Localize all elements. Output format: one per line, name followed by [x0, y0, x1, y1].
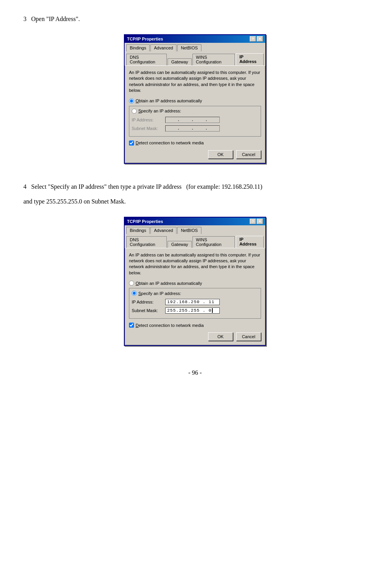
dialog1-checkbox[interactable]	[129, 140, 134, 146]
dialog2-tabs-row1: Bindings Advanced NetBIOS	[125, 225, 265, 234]
tab-netbios[interactable]: NetBIOS	[177, 44, 201, 51]
dialog2-titlebar: TCP/IP Properties ? ✕	[125, 218, 265, 225]
dialog1-ip-label: IP Address:	[132, 118, 163, 122]
dialog1-subnet-label: Subnet Mask:	[132, 126, 163, 131]
dialog2-titlebar-buttons: ? ✕	[250, 219, 263, 224]
dialog2-radio2-section: Specify an IP address: IP Address: 192.1…	[129, 288, 261, 319]
step4-text2: and type 255.255.255.0 on Subnet Mask.	[23, 198, 367, 205]
dialog2-container: TCP/IP Properties ? ✕ Bindings Advanced …	[23, 217, 367, 346]
dialog2-subnet-input[interactable]: 255.255.255 . 0	[165, 307, 220, 314]
dialog1-ip-input[interactable]: . . .	[165, 117, 220, 123]
dialog1-buttons: OK Cancel	[129, 150, 261, 159]
dialog2-radio1-input[interactable]	[129, 281, 134, 286]
dialog1-title: TCP/IP Properties	[127, 37, 163, 41]
dialog2-checkbox[interactable]	[129, 323, 134, 328]
dialog2-tab-dns-config[interactable]: DNS Configuration	[126, 236, 167, 248]
dialog2-tab-gateway[interactable]: Gateway	[168, 241, 191, 248]
dialog2-panel-body: An IP address can be automatically assig…	[125, 248, 265, 346]
subnet-seg4	[208, 126, 218, 131]
dialog2-ip-value: 192.168.250 . 11	[167, 300, 215, 304]
dialog1-radio1-input[interactable]	[129, 98, 134, 104]
dialog2-ip-input[interactable]: 192.168.250 . 11	[165, 299, 220, 305]
dialog1-subnet-input[interactable]: . . .	[165, 125, 220, 132]
dialog1-radio1-row: Obtain an IP address automatically	[129, 98, 261, 104]
dialog2-buttons: OK Cancel	[129, 332, 261, 341]
dialog2-radio1-row: Obtain an IP address automatically	[129, 281, 261, 286]
dialog2-title: TCP/IP Properties	[127, 219, 163, 224]
dialog1-radio2-label: Specify an IP address:	[138, 109, 181, 113]
step3-number: 3	[23, 16, 26, 22]
tab-wins-config[interactable]: WINS Configuration	[192, 54, 235, 65]
dialog1-tabs-row1: Bindings Advanced NetBIOS	[125, 43, 265, 51]
dialog1-radio1-label: Obtain an IP address automatically	[136, 98, 202, 103]
ip-dot1: .	[177, 118, 180, 122]
dialog2-checkbox-row: Detect connection to network media	[129, 323, 261, 328]
dialog1-radio2-section: Specify an IP address: IP Address: . . .	[129, 106, 261, 137]
dialog2-tab-advanced[interactable]: Advanced	[150, 227, 176, 234]
dialog2-help-button[interactable]: ?	[250, 219, 256, 224]
dialog2-info-text: An IP address can be automatically assig…	[129, 252, 261, 276]
subnet-dot2: .	[191, 126, 194, 131]
dialog2-subnet-value: 255.255.255 . 0	[167, 308, 212, 313]
dialog2-subnet-field-row: Subnet Mask: 255.255.255 . 0	[132, 307, 258, 314]
dialog1-tabs-row2: DNS Configuration Gateway WINS Configura…	[125, 52, 265, 65]
dialog1-cancel-button[interactable]: Cancel	[236, 150, 261, 159]
dialog1-titlebar-buttons: ? ✕	[250, 36, 263, 42]
dialog1-ok-button[interactable]: OK	[208, 150, 233, 159]
dialog2-ip-field-row: IP Address: 192.168.250 . 11	[132, 299, 258, 305]
dialog1-panel-body: An IP address can be automatically assig…	[125, 65, 265, 163]
subnet-seg3	[194, 126, 204, 131]
dialog2: TCP/IP Properties ? ✕ Bindings Advanced …	[124, 217, 266, 346]
close-button[interactable]: ✕	[257, 36, 263, 42]
dialog1-checkbox-row: Detect connection to network media	[129, 140, 261, 146]
cursor-blink	[212, 308, 213, 313]
subnet-seg2	[181, 126, 191, 131]
tab-gateway[interactable]: Gateway	[168, 58, 191, 65]
dialog2-tab-ip-address[interactable]: IP Address	[236, 236, 264, 248]
dialog1-info-text: An IP address can be automatically assig…	[129, 70, 261, 94]
subnet-seg1	[167, 126, 176, 131]
subnet-dot1: .	[177, 126, 180, 131]
dialog1-checkbox-label: Detect connection to network media	[136, 140, 204, 145]
dialog2-ok-button[interactable]: OK	[208, 332, 233, 341]
dialog2-tab-netbios[interactable]: NetBIOS	[177, 227, 201, 234]
dialog1-radio2-row: Specify an IP address:	[132, 109, 258, 114]
dialog2-radio2-row: Specify an IP address:	[132, 291, 258, 296]
ip-seg1	[167, 118, 176, 122]
dialog2-radio1-label: Obtain an IP address automatically	[136, 281, 202, 286]
dialog2-radio2-label: Specify an IP address:	[138, 291, 181, 296]
dialog1-container: TCP/IP Properties ? ✕ Bindings Advanced …	[23, 34, 367, 164]
step4-number: 4	[23, 183, 26, 190]
tab-advanced[interactable]: Advanced	[150, 44, 176, 51]
dialog2-checkbox-label: Detect connection to network media	[136, 323, 204, 328]
page-number: - 96 -	[23, 369, 367, 376]
dialog1-subnet-field-row: Subnet Mask: . . .	[132, 125, 258, 132]
step4-text: 4 Select "Specify an IP address" then ty…	[23, 183, 367, 190]
dialog1: TCP/IP Properties ? ✕ Bindings Advanced …	[124, 34, 266, 164]
tab-ip-address[interactable]: IP Address	[236, 53, 264, 65]
dialog1-titlebar: TCP/IP Properties ? ✕	[125, 35, 265, 43]
ip-seg2	[181, 118, 191, 122]
dialog1-ip-field-row: IP Address: . . .	[132, 117, 258, 123]
dialog2-tab-bindings[interactable]: Bindings	[126, 227, 150, 234]
dialog2-close-button[interactable]: ✕	[257, 219, 263, 224]
dialog2-subnet-label: Subnet Mask:	[132, 308, 163, 313]
ip-dot3: .	[205, 118, 208, 122]
dialog2-radio2-input[interactable]	[132, 291, 137, 296]
tab-dns-config[interactable]: DNS Configuration	[126, 54, 167, 65]
dialog2-tab-wins-config[interactable]: WINS Configuration	[192, 236, 235, 248]
ip-seg3	[194, 118, 204, 122]
dialog2-ip-label: IP Address:	[132, 300, 163, 304]
step3-text: 3 Open "IP Address".	[23, 16, 367, 23]
ip-dot2: .	[191, 118, 194, 122]
help-button[interactable]: ?	[250, 36, 256, 42]
subnet-dot3: .	[205, 126, 208, 131]
dialog2-tabs-row2: DNS Configuration Gateway WINS Configura…	[125, 234, 265, 248]
dialog2-cancel-button[interactable]: Cancel	[236, 332, 261, 341]
tab-bindings[interactable]: Bindings	[126, 44, 150, 51]
dialog1-radio2-input[interactable]	[132, 109, 137, 114]
ip-seg4	[208, 118, 218, 122]
